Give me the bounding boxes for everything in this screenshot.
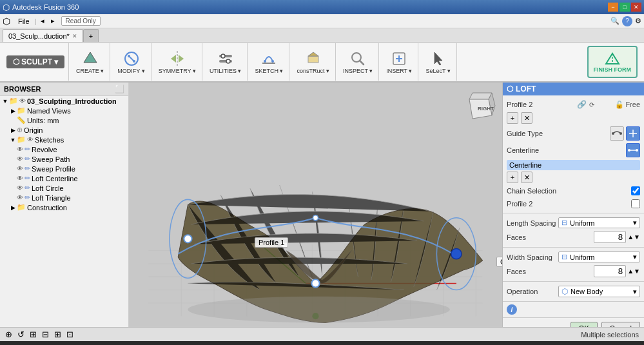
sketch-icon: ✏ — [24, 155, 30, 163]
browser-collapse-icon[interactable]: ⬜ — [115, 84, 124, 94]
loft-faces-1-label: Faces — [507, 233, 558, 241]
inspect-button[interactable]: INSPECT ▾ — [341, 48, 375, 75]
select-button[interactable]: SeLecT ▾ — [424, 48, 452, 75]
eye-icon[interactable]: 👁 — [17, 165, 23, 172]
utilities-button[interactable]: UTILITIES ▾ — [208, 48, 244, 75]
loft-centerline-label: Centerline — [507, 146, 558, 154]
undo-button[interactable]: ◂ — [38, 15, 47, 26]
close-button[interactable]: ✕ — [631, 3, 641, 12]
eye-icon[interactable]: 👁 — [17, 184, 23, 192]
eye-icon[interactable]: 👁 — [17, 194, 23, 201]
loft-operation-select[interactable]: ⬡ New Body ▾ — [558, 286, 640, 297]
modify-button[interactable]: MODIFY ▾ — [115, 48, 146, 75]
centerline-selected-label: Centerline — [509, 161, 542, 169]
loft-faces-2-input[interactable] — [594, 265, 626, 277]
tab-label: 03_Sculp...duction* — [8, 32, 70, 40]
finish-form-button[interactable]: FINISH FORM — [587, 46, 638, 78]
toolbar-inspect-section: INSPECT ▾ — [337, 43, 379, 81]
viewport[interactable]: Profile 1 Centerline RIGHT — [129, 83, 502, 327]
app-menu-icon[interactable]: ⬡ — [3, 16, 10, 26]
browser-row-root[interactable]: ▼ 📁 👁 03_Sculpting_Introduction — [0, 96, 128, 106]
sketch-label: SKETCH ▾ — [255, 68, 283, 74]
sketch-icon: ✏ — [24, 174, 30, 182]
centerline-add-button[interactable]: + — [507, 172, 518, 183]
centerline-icon[interactable] — [626, 143, 640, 157]
browser-row-units[interactable]: 📏 Units: mm — [0, 115, 128, 125]
svg-marker-6 — [171, 55, 176, 63]
insert-button[interactable]: INSERT ▾ — [384, 48, 414, 75]
browser-row-origin[interactable]: ▶ ⊕ Origin — [0, 125, 128, 135]
svg-point-53 — [612, 132, 614, 135]
chain-selection-checkbox[interactable] — [631, 186, 640, 195]
browser-row-sweepprofile[interactable]: 👁 ✏ Sweep Profile — [0, 164, 128, 173]
redo-button[interactable]: ▸ — [48, 15, 57, 26]
view-cube[interactable]: RIGHT — [460, 86, 498, 125]
browser-row-loftcircle[interactable]: 👁 ✏ Loft Circle — [0, 183, 128, 193]
browser-row-sweeppath[interactable]: 👁 ✏ Sweep Path — [0, 154, 128, 164]
centerline-remove-button[interactable]: ✕ — [521, 172, 532, 183]
sculpt-button[interactable]: ⬡ SCULPT ▾ — [6, 55, 64, 68]
read-only-badge: Read Only — [61, 16, 101, 26]
loft-chain-selection-label: Chain Selection — [507, 187, 558, 195]
browser-row-revolve[interactable]: 👁 ✏ Revolve — [0, 144, 128, 154]
symmetry-icon — [168, 50, 186, 68]
browser-row-lofttriangle[interactable]: 👁 ✏ Loft Triangle — [0, 193, 128, 202]
loft-faces-1-input[interactable] — [594, 231, 626, 243]
tab-new[interactable]: + — [83, 29, 99, 42]
svg-line-18 — [360, 61, 364, 64]
loft-title: LOFT — [516, 84, 536, 94]
loft-faces-2-spinner[interactable]: ▲▼ — [627, 268, 640, 275]
folder-icon: 📁 — [9, 97, 18, 105]
nav-icon-grid[interactable]: ⊞ — [54, 330, 61, 339]
maximize-button[interactable]: □ — [620, 3, 630, 12]
eye-icon[interactable]: 👁 — [17, 146, 23, 153]
loft-add-button[interactable]: + — [507, 112, 518, 124]
minimize-button[interactable]: − — [608, 3, 618, 12]
svg-point-3 — [128, 55, 130, 57]
ok-button[interactable]: OK — [571, 322, 598, 327]
nav-icon-orbit[interactable]: ↺ — [17, 330, 24, 339]
browser-row-construction[interactable]: ▶ 📁 Construction — [0, 202, 128, 212]
sketch-button[interactable]: SKETCH ▾ — [253, 48, 285, 75]
settings-icon[interactable]: ⚙ — [635, 17, 641, 25]
tree-item-label: Loft Centerline — [32, 175, 78, 182]
loft-remove-button[interactable]: ✕ — [521, 112, 532, 124]
svg-point-13 — [264, 60, 266, 63]
loft-width-spacing-select[interactable]: ⊟ Uniform ▾ — [558, 251, 640, 262]
nav-icon-pan[interactable]: ⊕ — [5, 330, 12, 339]
search-icon[interactable]: 🔍 — [610, 17, 620, 25]
menu-item-file[interactable]: File — [14, 16, 34, 26]
status-bar: ⊕ ↺ ⊞ ⊟ ⊞ ⊡ Multiple selections — [0, 327, 644, 341]
nav-icon-fit[interactable]: ⊟ — [42, 330, 49, 339]
loft-width-spacing-label: Width Spacing — [507, 253, 558, 261]
cancel-button[interactable]: Cancel — [601, 322, 640, 327]
profile2-num-checkbox[interactable] — [631, 199, 640, 208]
eye-icon[interactable]: 👁 — [17, 155, 23, 163]
nav-icon-display[interactable]: ⊡ — [66, 330, 73, 339]
width-spacing-dropdown-icon: ▾ — [633, 253, 637, 261]
symmetry-button[interactable]: SYMMETRY ▾ — [157, 48, 198, 75]
loft-faces-2-row: Faces ▲▼ — [507, 264, 640, 279]
tab-close-icon[interactable]: ✕ — [72, 33, 77, 39]
loft-faces-1-spinner[interactable]: ▲▼ — [627, 233, 640, 241]
svg-point-14 — [271, 60, 274, 63]
eye-icon[interactable]: 👁 — [27, 136, 34, 143]
centerline-selected-row[interactable]: Centerline — [507, 160, 640, 170]
loft-length-spacing-select[interactable]: ⊟ Uniform ▾ — [558, 217, 640, 228]
centerline-actions: + ✕ — [507, 172, 640, 183]
help-icon[interactable]: ? — [622, 16, 632, 26]
browser-row-namedviews[interactable]: ▶ 📁 Named Views — [0, 106, 128, 115]
guide-type-2-button[interactable] — [626, 126, 640, 141]
guide-type-1-button[interactable] — [610, 126, 624, 141]
construct-button[interactable]: consTRuct ▾ — [295, 48, 331, 75]
loft-profile2-row: Profile 2 🔗 ⟳ 🔓 Free — [507, 98, 640, 111]
browser-row-sketches[interactable]: ▼ 📁 👁 Sketches — [0, 135, 128, 144]
tab-main[interactable]: 03_Sculp...duction* ✕ — [3, 29, 83, 42]
eye-icon[interactable]: 👁 — [17, 175, 23, 182]
nav-icon-zoom[interactable]: ⊞ — [30, 330, 37, 339]
create-button[interactable]: CREATE ▾ — [74, 48, 106, 75]
eye-icon[interactable]: 👁 — [19, 97, 26, 104]
tree-item-label: Revolve — [32, 146, 57, 153]
browser-row-loftcenterline[interactable]: 👁 ✏ Loft Centerline — [0, 173, 128, 183]
loft-info-icon[interactable]: i — [507, 304, 517, 315]
